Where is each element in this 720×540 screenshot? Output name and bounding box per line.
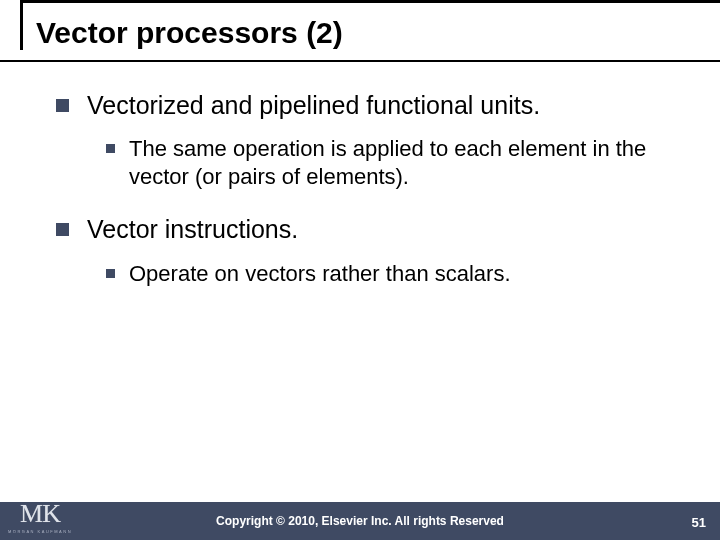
square-bullet-icon bbox=[56, 223, 69, 236]
slide-title: Vector processors (2) bbox=[0, 10, 720, 60]
footer-bar: MK MORGAN KAUFMANN Copyright © 2010, Els… bbox=[0, 502, 720, 540]
bullet-text: The same operation is applied to each el… bbox=[129, 135, 680, 190]
square-bullet-icon bbox=[56, 99, 69, 112]
logo-subtext: MORGAN KAUFMANN bbox=[8, 529, 72, 534]
square-bullet-icon bbox=[106, 144, 115, 153]
slide-content: Vectorized and pipelined functional unit… bbox=[0, 62, 720, 287]
title-rule-left bbox=[20, 0, 23, 50]
publisher-logo: MK MORGAN KAUFMANN bbox=[10, 488, 70, 534]
bullet-level2: The same operation is applied to each el… bbox=[106, 135, 680, 190]
square-bullet-icon bbox=[106, 269, 115, 278]
logo-mark: MK bbox=[20, 501, 60, 527]
title-region: Vector processors (2) bbox=[0, 0, 720, 62]
bullet-level1: Vectorized and pipelined functional unit… bbox=[56, 90, 680, 121]
page-number: 51 bbox=[692, 515, 706, 530]
bullet-level1: Vector instructions. bbox=[56, 214, 680, 245]
copyright-text: Copyright © 2010, Elsevier Inc. All righ… bbox=[216, 514, 504, 528]
bullet-text: Operate on vectors rather than scalars. bbox=[129, 260, 511, 288]
title-underline bbox=[0, 60, 720, 62]
title-rule-top bbox=[20, 0, 720, 3]
bullet-level2: Operate on vectors rather than scalars. bbox=[106, 260, 680, 288]
bullet-text: Vectorized and pipelined functional unit… bbox=[87, 90, 540, 121]
bullet-text: Vector instructions. bbox=[87, 214, 298, 245]
